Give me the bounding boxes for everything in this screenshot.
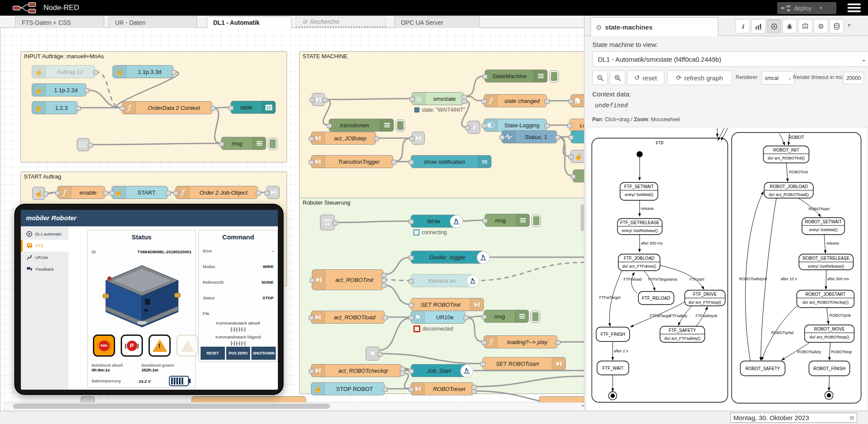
port-out[interactable] [381,273,386,278]
nav-item-feedback[interactable]: Feedback [21,263,69,275]
wire[interactable] [335,221,411,222]
node-n123[interactable]: ☝1.2.3 [32,101,78,114]
port-in[interactable] [482,123,487,128]
port-out[interactable] [377,352,383,357]
node-orderdata[interactable]: ƒOrderData 2 Context [122,101,212,114]
state-machines-tab-button[interactable] [767,19,781,33]
nav-item-dl1-automatic[interactable]: DL1 automatic [21,228,69,240]
debug-toggle-button[interactable] [396,119,405,132]
port-out[interactable] [374,136,379,141]
port-in[interactable] [482,219,488,223]
port-in[interactable] [571,174,576,179]
wire[interactable] [383,280,411,281]
port-in[interactable] [409,160,414,165]
state-machine-diagram[interactable]: FTFreleaseafter 500 msFTFinTargetareaFTF… [586,127,868,411]
port-in[interactable] [465,126,470,130]
node-actrobotinit[interactable]: act_ROBOTinit [312,269,383,290]
settings-tab-button[interactable]: ⚙ [814,19,828,33]
port-out[interactable] [472,385,477,390]
node-n1122d[interactable]: ☝1.1p.2.2d [32,83,86,96]
canvas-hscrollbar-thumb[interactable] [13,404,330,409]
wire[interactable] [383,257,411,275]
nav-item-fts[interactable]: FTS [21,240,69,252]
tab-dl1-automatik[interactable]: DL1 - Automatik [207,17,291,28]
port-out[interactable] [103,191,108,195]
node-msg1[interactable]: msg [221,137,266,150]
port-in[interactable] [567,123,572,128]
tab-fts-daten[interactable]: FTS-Daten + CSS [15,17,104,28]
port-in[interactable] [409,219,414,224]
port-out[interactable] [256,191,261,195]
port-out[interactable] [400,367,405,371]
port-in[interactable] [409,315,414,320]
port-in[interactable] [309,315,314,320]
tab-ur-daten[interactable]: UR - Daten [109,17,197,28]
port-in[interactable] [327,123,332,128]
port-out[interactable] [555,340,561,345]
port-out[interactable] [323,98,328,103]
node-stoprobot[interactable]: ☝STOP ROBOT [311,382,385,395]
reset-view-button[interactable]: ↺reset [627,70,664,85]
refresh-graph-button[interactable]: ⟳refresh graph [667,70,732,85]
port-in[interactable] [309,136,314,141]
chart-tab-button[interactable] [751,19,766,33]
debug-toggle-button[interactable] [531,311,540,323]
port-in[interactable] [264,191,270,195]
canvas-vscrollbar[interactable] [581,204,584,231]
config-nodes-tab-button[interactable] [798,19,812,33]
wire[interactable] [393,138,412,162]
port-out[interactable] [555,135,560,140]
node-transitionen[interactable]: transitionen [329,119,394,132]
edit-date-icon[interactable]: ▤ [850,415,854,421]
port-in[interactable] [409,97,415,102]
port-in[interactable] [409,387,414,392]
node-status1[interactable]: Status: 1 [502,130,557,143]
node-shownotif[interactable]: show notification✉ [411,155,492,168]
main-menu-button[interactable] [848,3,861,12]
node-actrobotload[interactable]: act_ROBOTload [311,311,385,324]
node-transitiontrigger[interactable]: TransitionTrigger [311,155,393,168]
wire[interactable] [212,108,221,143]
node-jobstart[interactable]: Job_Start [411,364,467,377]
debug-toggle-button[interactable] [549,70,559,83]
wire[interactable] [380,354,482,364]
debug-tab-button[interactable] [782,19,797,33]
wire[interactable] [90,143,221,145]
zoom-out-button[interactable] [592,70,608,85]
port-in[interactable] [309,369,314,374]
port-in[interactable] [173,191,178,195]
node-setrobotstart[interactable]: SET ROBOTstart [482,357,566,370]
node-robotreset[interactable]: ROBOTreset [411,382,474,395]
port-out[interactable] [166,191,171,195]
port-out[interactable] [84,88,89,93]
port-in[interactable] [409,136,415,141]
port-in[interactable] [482,315,487,319]
node-msg2[interactable]: msg [485,214,530,227]
node-statemachine[interactable]: StateMachine [485,70,548,83]
node-actjobstep[interactable]: act_JOBstep [311,132,376,145]
port-in[interactable] [482,74,488,79]
nav-item-ur10e[interactable]: UR10e [21,252,69,263]
port-in[interactable] [499,135,505,140]
port-in[interactable] [482,340,487,345]
node-ur10e[interactable]: ⚑UR10e [411,311,465,324]
node-order2job[interactable]: ƒOrder 2 Job-Object [175,186,258,199]
port-in[interactable] [409,255,414,260]
node-loading[interactable]: ƒloading?--> play [484,335,558,348]
node-kamera[interactable]: Kamera an [411,274,473,287]
wire[interactable] [465,317,484,342]
port-in[interactable] [568,99,574,104]
node-statelogging[interactable]: State-Logging [484,119,547,132]
node-smxstate[interactable]: ◎smxstate [412,92,464,105]
port-in[interactable] [109,191,115,195]
port-in[interactable] [55,191,60,195]
node-statechanged[interactable]: ƒstate changed [484,94,547,107]
port-in[interactable] [120,106,125,111]
port-out[interactable] [462,99,467,104]
port-out[interactable] [171,70,176,75]
port-out[interactable] [472,389,477,394]
port-in[interactable] [309,160,314,165]
port-in[interactable] [409,369,414,374]
port-in[interactable] [310,98,315,103]
port-in[interactable] [568,155,574,159]
